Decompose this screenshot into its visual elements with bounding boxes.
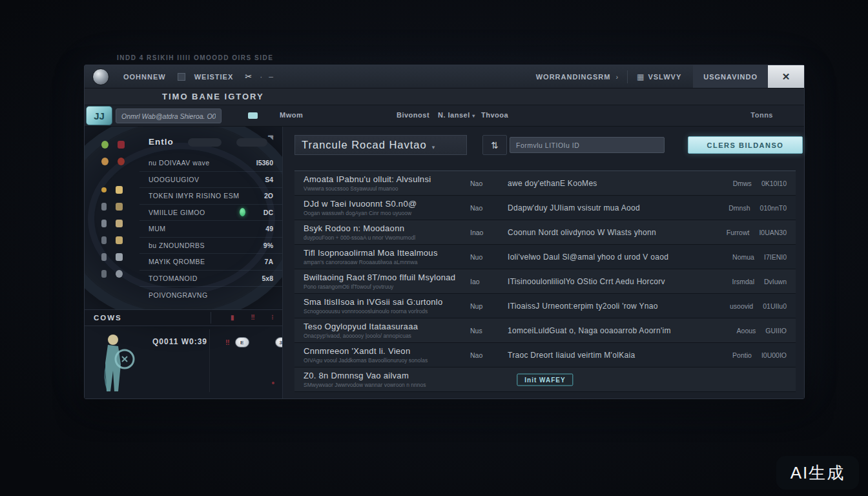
sidebar-item[interactable]: TOKEN IMYR RISINO ESM 2O bbox=[140, 188, 282, 205]
menu-item-edit[interactable]: WEISTIEX bbox=[194, 73, 234, 81]
row-status: Furrowt bbox=[727, 229, 750, 236]
row-detail: 1omceiLuldGuat o, Naga ooaoarrob Aoorn'i… bbox=[508, 326, 704, 335]
sidebar: Entlo ▬◥ nu DOIVAAV wave I5360 UOOGUUGIO… bbox=[85, 127, 283, 398]
row-title: Cnnmreeon 'Xandt li. Vieon bbox=[304, 346, 470, 356]
alert-icon: ‼ bbox=[225, 338, 230, 346]
pin-icon bbox=[101, 203, 107, 211]
alert-icon[interactable]: ‼ bbox=[251, 314, 254, 322]
row-title: DJd w Taei Ivuoonnt S0.n0@ bbox=[304, 199, 470, 209]
grid-icon: ▦ bbox=[637, 72, 644, 81]
ingot-icon bbox=[116, 186, 123, 194]
titlebar: OOHNNEW WEISTIEX ✂ · – WORRANDINGSRM › ▦… bbox=[85, 65, 804, 88]
divider bbox=[211, 312, 211, 324]
item-value: 7A bbox=[265, 258, 273, 265]
sidebar-item[interactable]: MUM 49 bbox=[140, 221, 282, 238]
page-title: Trancule Rocad Havtao ▾ bbox=[294, 135, 467, 155]
table-row[interactable]: Bsyk Rodoo n: MoodaonnduypouFoon + 000-s… bbox=[294, 220, 796, 245]
row-status: Dmnsh bbox=[728, 204, 750, 212]
list-icon[interactable]: ⫶ bbox=[272, 314, 274, 322]
medal-icon[interactable]: E bbox=[235, 337, 249, 347]
row-detail: Ioli'velwo Daul Sl@amal yhoo d urod V oa… bbox=[508, 253, 704, 262]
accent-chip-icon[interactable] bbox=[248, 112, 258, 119]
notifications-label[interactable]: WORRANDINGSRM bbox=[536, 73, 611, 81]
account-label[interactable]: VSLWVY bbox=[648, 73, 681, 81]
divider bbox=[627, 70, 628, 83]
table-row[interactable]: Bwiltaoing Raot 8T/moo flfuil MsylonadPo… bbox=[294, 269, 796, 294]
app-badge-icon[interactable]: JJ bbox=[86, 106, 112, 125]
row-subtitle: Scnogooouusu vonnroooosluinoulo roorna v… bbox=[304, 308, 470, 315]
sort-filter-button[interactable]: ⇅ bbox=[482, 135, 507, 155]
sidebar-filter-pill[interactable] bbox=[188, 138, 222, 147]
checkbox-icon[interactable] bbox=[178, 73, 185, 81]
filter-id-input[interactable] bbox=[510, 137, 665, 153]
row-code: I0U00IO bbox=[761, 351, 787, 359]
row-subtitle: Oogan wassuwh dogAyan Cinr moo uyuoow bbox=[304, 210, 470, 216]
chevron-right-icon[interactable]: › bbox=[615, 73, 618, 81]
row-status: Dmws bbox=[733, 180, 752, 187]
menu-item-file[interactable]: OOHNNEW bbox=[123, 73, 166, 81]
table-row[interactable]: Teso Ogylopyud ItataasuraaaOnacpyp'ivaod… bbox=[294, 318, 796, 343]
table-row[interactable]: Tifl Isopnoaolirmal Moa Ittealmousampan'… bbox=[294, 245, 796, 269]
toolbar-right-label[interactable]: Tonns bbox=[750, 111, 773, 119]
toolbar-browse-label[interactable]: Bivonost bbox=[397, 111, 429, 119]
item-value: I5360 bbox=[256, 159, 273, 167]
sidebar-item[interactable]: TOTOMANOID 5x8 bbox=[140, 271, 282, 287]
item-value: 9% bbox=[264, 242, 273, 249]
row-subtitle: Vwwwra soucssoo Ssyawuuul muanoo bbox=[304, 185, 470, 192]
dot-icon bbox=[101, 187, 107, 192]
row-title: Amoata IPabnu'u olluit: Alvsulnsi bbox=[304, 174, 470, 184]
session-button[interactable]: USGNAVINDO bbox=[693, 65, 768, 88]
character-avatar[interactable] bbox=[99, 332, 139, 397]
row-code: GUIIIO bbox=[765, 327, 787, 335]
chevron-down-icon[interactable]: ▾ bbox=[432, 144, 436, 150]
coin-icon[interactable]: 3 bbox=[275, 337, 283, 347]
load-more-button[interactable]: Init WAFEY bbox=[517, 373, 573, 386]
row-title: Sma ItisIIsoa in IVGsii sai G:urtonlo bbox=[304, 297, 470, 307]
scissors-icon[interactable]: ✂ bbox=[245, 72, 252, 81]
pin-icon bbox=[101, 270, 107, 278]
row-badge: Nao bbox=[470, 180, 508, 187]
sidebar-panel: Entlo ▬◥ nu DOIVAAV wave I5360 UOOGUUGIO… bbox=[140, 130, 282, 305]
table-row-loading[interactable]: Z0. 8n Dmnnsg Vao ailvamSMwywvaor Jwwrvo… bbox=[294, 367, 796, 392]
close-icon[interactable]: ✕ bbox=[768, 65, 804, 88]
sidebar-item[interactable]: POIVONGRAVNG bbox=[140, 287, 282, 304]
hamburger-icon[interactable]: ▬◥ bbox=[256, 134, 273, 140]
table-row[interactable]: Sma ItisIIsoa in IVGsii sai G:urtonloScn… bbox=[294, 294, 796, 318]
subheader: TIMO BANE IGTORY bbox=[85, 88, 804, 105]
coin-icon bbox=[101, 158, 108, 165]
row-subtitle: ampan's canororaoaw Rooaautilwoa aLmnnwa bbox=[304, 259, 470, 265]
cows-section-header: COWS ▮ ‼ ⫶ bbox=[85, 309, 282, 326]
row-detail: ITioaissJ Urneont:erpim ty2ooli 'row Yna… bbox=[508, 302, 704, 311]
row-status: Aoous bbox=[737, 327, 756, 335]
sidebar-item[interactable]: bu ZNOUNDRBS 9% bbox=[140, 238, 282, 254]
row-title: Z0. 8n Dmnnsg Vao ailvam bbox=[304, 371, 470, 380]
table-row[interactable]: Amoata IPabnu'u olluit: AlvsulnsiVwwwra … bbox=[294, 171, 796, 196]
stamp-icon bbox=[116, 203, 123, 211]
sidebar-item[interactable]: VMIILUE GIMOO DC bbox=[140, 205, 282, 222]
sidebar-item[interactable]: MAYIK QROMBE 7A bbox=[140, 254, 282, 271]
cows-label: COWS bbox=[94, 314, 122, 322]
toolbar-theme-label[interactable]: Thvooa bbox=[481, 111, 508, 119]
sidebar-item[interactable]: nu DOIVAAV wave I5360 bbox=[140, 155, 282, 172]
table-row[interactable]: Cnnmreeon 'Xandt li. VieonOIVAgu vooul J… bbox=[294, 343, 796, 367]
row-status: Nomua bbox=[732, 253, 754, 261]
sidebar-header: Entlo ▬◥ bbox=[140, 130, 282, 155]
sidebar-title: Entlo bbox=[149, 137, 174, 147]
toolbar-dropdown[interactable]: N. Iansel ▾ bbox=[438, 111, 475, 119]
toolbar-menu-label[interactable]: Mwom bbox=[280, 111, 303, 119]
sidebar-item[interactable]: UOOGUUGIOV S4 bbox=[140, 172, 282, 189]
table-row[interactable]: DJd w Taei Ivuoonnt S0.n0@Oogan wassuwh … bbox=[294, 196, 796, 220]
primary-action-button[interactable]: CLERS BILDANSO bbox=[688, 136, 803, 154]
row-subtitle: duypouFoon + 000-ssoaA u nnor Vwomurnodl bbox=[304, 234, 470, 241]
main-header: Trancule Rocad Havtao ▾ ⇅ CLERS BILDANSO bbox=[294, 135, 796, 155]
toolbar: JJ Mwom Bivonost N. Iansel ▾ Thvooa Tonn… bbox=[85, 105, 804, 127]
flag-icon[interactable]: ▮ bbox=[231, 314, 234, 322]
search-input[interactable] bbox=[116, 108, 222, 123]
row-code: 0K10I10 bbox=[761, 180, 787, 187]
row-code: I0UAN30 bbox=[759, 229, 787, 236]
rank-icon-strip bbox=[101, 141, 132, 287]
shield-icon bbox=[118, 141, 125, 149]
notification-dot bbox=[272, 382, 274, 384]
item-value: 49 bbox=[265, 225, 273, 232]
stamp-icon bbox=[116, 236, 123, 244]
